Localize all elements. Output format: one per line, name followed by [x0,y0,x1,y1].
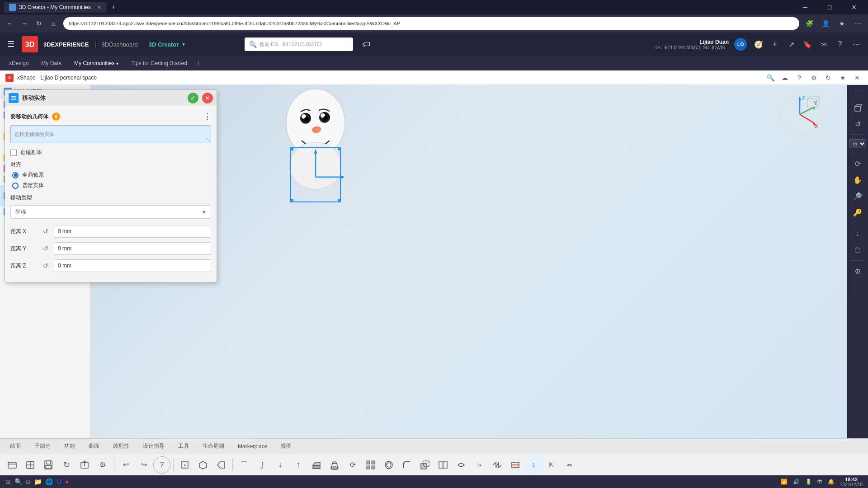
extensions-icon[interactable]: 🧩 [803,17,816,30]
minimize-button[interactable]: ─ [795,0,816,14]
tab-tools[interactable]: 工具 [172,440,195,453]
tool-fillet[interactable] [398,456,415,474]
tag-icon[interactable]: 🏷 [362,40,370,49]
dist-x-input[interactable] [54,225,211,238]
dist-y-input[interactable] [54,242,211,255]
tool-mirror-t[interactable]: ⇔ [561,456,578,474]
scissors-icon[interactable]: ✂ [817,38,830,51]
tab-curved[interactable]: 曲面 [82,440,106,453]
file-explorer-icon[interactable]: 📁 [34,478,42,485]
tool-move[interactable]: ↕ [525,456,542,474]
xshape-refresh-btn[interactable]: ↻ [823,72,834,83]
nav-item-xdesign[interactable]: xDesign [4,58,34,68]
app-name-label[interactable]: 3D Creator [149,41,179,48]
add-icon[interactable]: + [769,38,781,51]
tool-extrude[interactable] [308,456,325,474]
tab-lifecycle[interactable]: 生命周期 [196,440,231,453]
refresh-button[interactable]: ↻ [33,17,45,30]
move-type-dropdown[interactable]: 平移 ▼ [10,205,211,219]
help-icon[interactable]: ? [834,38,846,51]
tool-wrap[interactable] [453,456,470,474]
tool-settings[interactable]: ⚙ [94,456,111,474]
key-icon[interactable]: 🔑 [850,205,865,220]
share-icon[interactable]: ↗ [785,38,797,51]
grab-icon[interactable]: ✋ [850,172,865,188]
hamburger-icon[interactable]: ☰ [5,38,16,51]
tool-help[interactable]: ? [153,456,170,474]
tool-box2[interactable] [22,456,39,474]
tool-save[interactable] [40,456,57,474]
windows-icon[interactable]: ⊞ [5,478,11,485]
app-dropdown-icon[interactable]: ▾ [182,41,185,47]
dialog-cancel-button[interactable]: ✕ [202,93,213,103]
download-icon[interactable]: ↓ [850,226,865,241]
bookmark-icon[interactable]: 🔖 [801,38,814,51]
outlook-icon[interactable]: O [57,478,61,485]
xshape-search-btn[interactable]: 🔍 [765,72,776,83]
tool-stretch[interactable] [489,456,506,474]
notification-icon[interactable]: 🔔 [828,479,835,485]
address-bar[interactable]: https://r1132101203373-apc2-ifwe.3dexper… [63,17,799,30]
rotate-icon[interactable]: ⟳ [850,156,865,171]
tool-loft[interactable] [326,456,343,474]
radio-global-axis-btn[interactable] [12,172,19,178]
tab-function[interactable]: 功能 [58,440,81,453]
search-taskbar-icon[interactable]: 🔍 [14,478,22,485]
dist-y-refresh-icon[interactable]: ↺ [41,244,50,253]
close-button[interactable]: ✕ [844,0,864,14]
ime-icon[interactable]: 中 [817,479,822,485]
dialog-confirm-button[interactable]: ✓ [188,93,198,103]
nav-item-mydata[interactable]: My Data [36,58,67,68]
view-preset-icon[interactable] [850,100,865,115]
tool-scale[interactable]: ⇱ [543,456,560,474]
battery-icon[interactable]: 🔋 [805,479,812,485]
app-icon-red[interactable]: ● [65,478,69,485]
tool-bend[interactable]: ⤷ [471,456,488,474]
tab-assembly[interactable]: 装配件 [107,440,136,453]
tool-refresh[interactable]: ↻ [58,456,75,474]
forward-button[interactable]: → [18,17,31,30]
network-icon[interactable]: 📶 [781,479,788,485]
tool-revolve[interactable]: ⟳ [344,456,361,474]
volume-icon[interactable]: 🔊 [793,479,800,485]
avatar[interactable]: LD [734,38,747,51]
unit-selector[interactable]: mm cm in [849,139,866,148]
xshape-star-btn[interactable]: ★ [837,72,848,83]
browser-taskbar-icon[interactable]: 🌐 [45,478,53,485]
tab-design-guide[interactable]: 设计指导 [137,440,171,453]
login-icon[interactable]: ⬡ [850,242,865,258]
tool-box1[interactable] [4,456,21,474]
tab-surface[interactable]: 曲面 [4,440,27,453]
maximize-button[interactable]: □ [819,0,840,14]
dist-x-refresh-icon[interactable]: ↺ [41,227,50,236]
profile-icon[interactable]: 👤 [819,17,832,30]
tab-view[interactable]: 视图 [274,440,298,453]
rotate-view-icon[interactable]: ↺ [850,116,865,131]
tool-pattern[interactable] [362,456,379,474]
tool-combine[interactable] [416,456,434,474]
tool-undo[interactable]: ↩ [117,456,134,474]
more-icon[interactable]: ⋯ [850,38,863,51]
more-options-icon[interactable]: ⋮ [203,112,211,122]
xshape-help-btn[interactable]: ? [794,72,805,83]
dist-z-refresh-icon[interactable]: ↺ [41,261,50,270]
tab-close-icon[interactable]: ✕ [97,5,101,10]
active-tab[interactable]: 3D Creator - My Communities ✕ [4,2,107,13]
browser-menu-icon[interactable]: ⋯ [852,17,864,30]
tool-up-arrow[interactable]: ↑ [290,456,307,474]
tool-arc[interactable]: ∫ [254,456,271,474]
compass-icon[interactable]: 🧭 [752,38,765,51]
tab-subpart[interactable]: 子部分 [28,440,57,453]
back-button[interactable]: ← [4,17,16,30]
nav-item-mycommunities[interactable]: My Communities ▾ [69,58,124,68]
tool-redo[interactable]: ↪ [135,456,152,474]
xshape-settings-btn[interactable]: ⚙ [808,72,819,83]
create-copy-checkbox[interactable] [10,150,17,156]
nav-item-tips[interactable]: Tips for Getting Started [126,58,193,68]
tool-section[interactable] [507,456,524,474]
home-button[interactable]: ⌂ [47,17,60,30]
tab-marketplace[interactable]: Marketplace [231,440,274,453]
tool-corner-view[interactable] [194,456,212,474]
tool-export[interactable] [76,456,93,474]
tool-shell[interactable] [380,456,397,474]
